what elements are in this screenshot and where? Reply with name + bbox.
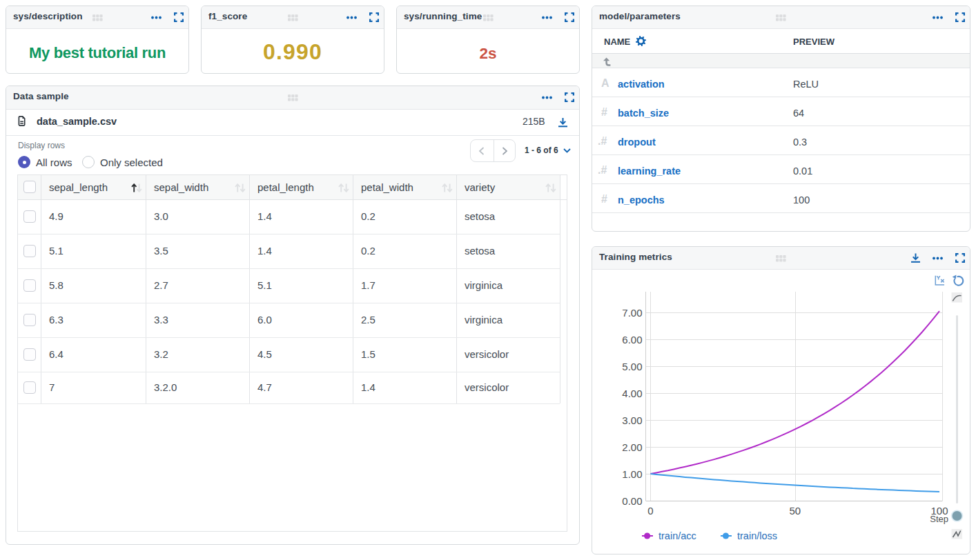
svg-text:4.00: 4.00	[622, 388, 642, 399]
svg-text:0: 0	[647, 505, 653, 517]
svg-text:2.00: 2.00	[622, 441, 642, 453]
svg-text:train/loss: train/loss	[737, 530, 777, 541]
svg-text:1.00: 1.00	[622, 468, 642, 480]
svg-text:7.00: 7.00	[622, 307, 642, 319]
svg-text:Step: Step	[930, 514, 948, 524]
svg-text:6.00: 6.00	[622, 334, 642, 346]
svg-text:50: 50	[789, 505, 801, 517]
svg-text:3.00: 3.00	[622, 414, 642, 426]
svg-text:0.00: 0.00	[622, 495, 642, 507]
svg-text:train/acc: train/acc	[658, 530, 696, 541]
svg-text:5.00: 5.00	[622, 361, 642, 372]
